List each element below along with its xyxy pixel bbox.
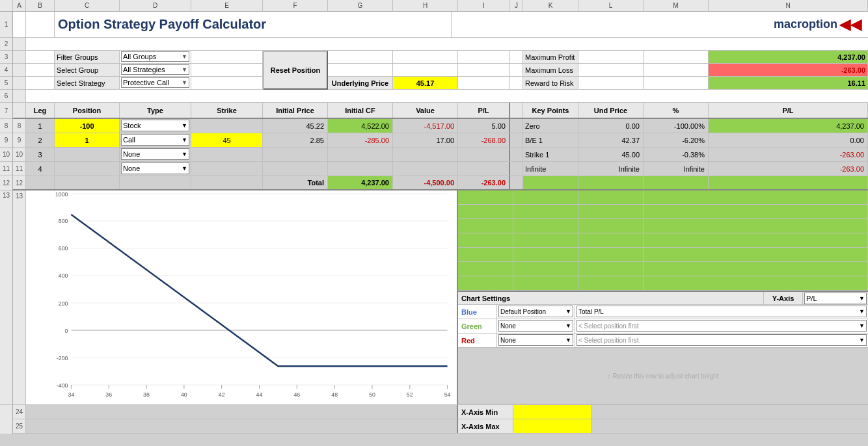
chart-settings-green-row: Green None ▼ < Select position first ▼ — [458, 319, 868, 334]
cell-b1 — [26, 12, 55, 37]
chart-settings-blue-row: Blue Default Position ▼ Total P/L ▼ — [458, 305, 868, 319]
kp-row-1-pct: -100.00% — [644, 119, 709, 133]
x-axis-max-value[interactable] — [513, 419, 591, 433]
svg-text:1000: 1000 — [55, 191, 68, 198]
svg-text:40: 40 — [181, 391, 187, 398]
leg-2-type[interactable]: Call ▼ — [120, 133, 191, 147]
leg-row-3: 10 3 None ▼ Strike 1 — [13, 148, 868, 162]
row-num-4: 4 — [0, 64, 12, 77]
red-dropdown[interactable]: None ▼ — [497, 334, 575, 347]
col-header-k: K — [523, 0, 578, 11]
select-strategy-dropdown[interactable]: Protective Call ▼ — [120, 77, 191, 89]
row-6 — [13, 90, 868, 103]
row-num-11: 11 — [0, 162, 12, 176]
col-header-n: N — [709, 0, 868, 11]
svg-text:42: 42 — [219, 391, 225, 398]
reset-position-button[interactable]: Reset Position — [263, 51, 328, 90]
x-axis-max-label: X-Axis Max — [458, 419, 513, 433]
underlying-price-label: Underlying Price — [328, 77, 393, 89]
header-type: Type — [120, 103, 191, 118]
row-x-axis-min: 24 X-Axis Min — [13, 405, 868, 419]
totals-initial-cf: 4,237.00 — [328, 176, 393, 189]
row-num-6: 6 — [0, 90, 12, 103]
leg-row-1: 8 1 -100 Stock ▼ 45.22 4 — [13, 119, 868, 133]
kp-row-2-pct: -6.20% — [644, 133, 709, 147]
leg-4-position — [55, 162, 120, 176]
chart-settings-title: Chart Settings — [458, 292, 764, 304]
row-num-10: 10 — [0, 148, 12, 162]
reward-risk-value: 16.11 — [709, 77, 868, 89]
red-right-dropdown[interactable]: < Select position first ▼ — [575, 334, 868, 347]
col-header-m: M — [644, 0, 709, 11]
filter-groups-dropdown[interactable]: All Groups ▼ — [120, 51, 191, 63]
row-2 — [13, 38, 868, 51]
select-group-dropdown[interactable]: All Strategies ▼ — [120, 64, 191, 76]
leg-2-initial-price: 2.85 — [263, 133, 328, 147]
leg-1-strike — [191, 119, 263, 133]
leg-1-position[interactable]: -100 — [55, 119, 120, 133]
row-x-axis-max: 25 X-Axis Max — [13, 419, 868, 434]
leg-1-type[interactable]: Stock ▼ — [120, 119, 191, 133]
leg-2-type-arrow: ▼ — [182, 137, 187, 143]
kp-row-2-price: 42.37 — [578, 133, 644, 147]
leg-2-pl: -268.00 — [458, 133, 510, 147]
brand-name: macroption — [774, 18, 837, 31]
svg-text:-400: -400 — [57, 382, 68, 389]
key-points-header: Key Points — [523, 103, 578, 118]
row-4: Select Group All Strategies ▼ Maximum Lo… — [13, 64, 868, 77]
row-num-5: 5 — [0, 77, 12, 90]
y-axis-dropdown[interactable]: P/L ▼ — [803, 292, 868, 304]
svg-text:52: 52 — [407, 391, 413, 398]
green-dropdown[interactable]: None ▼ — [497, 319, 575, 333]
header-initial-price: Initial Price — [263, 103, 328, 118]
corner-cell — [0, 0, 13, 11]
row-num-2: 2 — [0, 38, 12, 51]
x-axis-min-value[interactable] — [513, 405, 591, 419]
green-label: Green — [458, 319, 497, 333]
leg-1-type-arrow: ▼ — [182, 122, 187, 129]
kp-row-4-price: Infinite — [578, 162, 644, 176]
red-label: Red — [458, 334, 497, 347]
svg-text:200: 200 — [59, 300, 68, 307]
underlying-price-value[interactable]: 45.17 — [393, 77, 458, 89]
row-7-headers: Leg Position Type Strike Initial Price — [13, 103, 868, 119]
title-row: Option Strategy Payoff Calculator macrop… — [13, 12, 868, 38]
content-area: Option Strategy Payoff Calculator macrop… — [13, 12, 868, 434]
cell-a1 — [13, 12, 26, 37]
select-strategy-label: Select Strategy — [55, 77, 120, 89]
cell-logo: macroption ◀◀ — [452, 12, 868, 37]
leg-row-4: 11 4 None ▼ Infinite — [13, 162, 868, 176]
spreadsheet: A B C D E F G H I J K L M N 1 2 3 4 5 6 … — [0, 0, 868, 446]
green-right-dropdown[interactable]: < Select position first ▼ — [575, 319, 868, 333]
leg-2-position[interactable]: 1 — [55, 133, 120, 147]
svg-text:50: 50 — [369, 391, 375, 398]
col-header-e: E — [191, 0, 263, 11]
kp-row-3-name: Strike 1 — [523, 148, 578, 161]
header-value: Value — [393, 103, 458, 118]
blue-right-dropdown[interactable]: Total P/L ▼ — [575, 305, 868, 319]
leg-2-strike[interactable]: 45 — [191, 133, 263, 147]
svg-text:400: 400 — [59, 272, 68, 279]
row-num-13: 13 — [0, 190, 12, 405]
row-numbers: 1 2 3 4 5 6 7 8 9 10 11 12 13 — [0, 12, 13, 434]
blue-label: Blue — [458, 305, 497, 319]
resize-hint: ↕ Resize this row to adjust chart height — [458, 348, 868, 404]
max-loss-label: Maximum Loss — [523, 64, 578, 76]
kp-row-4-pl: -263.00 — [709, 162, 868, 176]
leg-4-type[interactable]: None ▼ — [120, 162, 191, 176]
row-num-3: 3 — [0, 51, 12, 64]
chart-settings-header-row: Chart Settings Y-Axis P/L ▼ — [458, 291, 868, 305]
select-group-label: Select Group — [55, 64, 120, 76]
kp-row-2-pl: 0.00 — [709, 133, 868, 147]
key-pl-header: P/L — [709, 103, 868, 118]
leg-4-num: 4 — [26, 162, 55, 176]
row-num-9: 9 — [0, 133, 12, 148]
col-header-g: G — [328, 0, 393, 11]
leg-3-type[interactable]: None ▼ — [120, 148, 191, 161]
y-axis-label: Y-Axis — [764, 292, 803, 304]
dropdown-arrow-2: ▼ — [182, 66, 187, 73]
kp-row-1-pl: 4,237.00 — [709, 119, 868, 133]
blue-dropdown[interactable]: Default Position ▼ — [497, 305, 575, 319]
header-leg: Leg — [26, 103, 55, 118]
svg-text:38: 38 — [143, 391, 150, 398]
